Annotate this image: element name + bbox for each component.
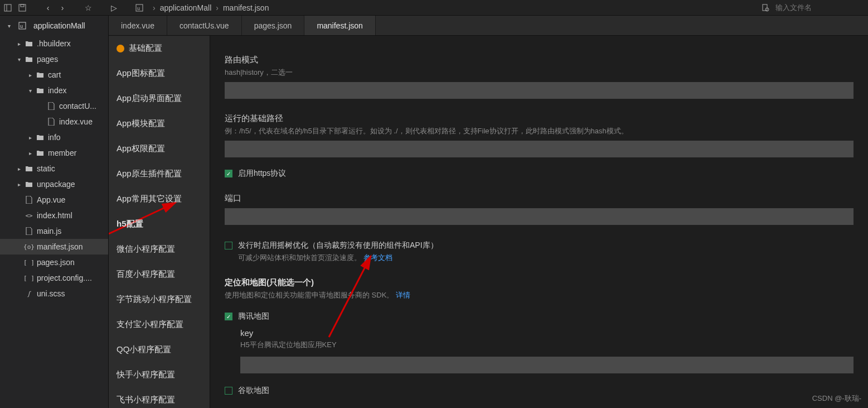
- map-section-link[interactable]: 详情: [396, 291, 410, 299]
- tencent-key-desc: H5平台腾讯定位地图应用KEY: [240, 340, 854, 350]
- search-file-icon[interactable]: [761, 3, 770, 12]
- tree-item[interactable]: main.js: [0, 223, 108, 239]
- tree-item[interactable]: ▸.hbuilderx: [0, 36, 108, 51]
- tree-item[interactable]: ▸unpackage: [0, 176, 108, 192]
- config-nav-item[interactable]: App模块配置: [109, 111, 210, 136]
- forward-icon[interactable]: ›: [58, 3, 67, 12]
- tree-shake-link[interactable]: 参考文档: [363, 253, 392, 262]
- config-nav-item[interactable]: 基础配置: [109, 36, 210, 61]
- google-map-checkbox[interactable]: [225, 387, 232, 395]
- map-section-title: 定位和地图(只能选一个): [225, 277, 854, 288]
- tree-item[interactable]: <>index.html: [0, 208, 108, 223]
- tree-item[interactable]: ▾pages: [0, 51, 108, 67]
- config-nav-item[interactable]: App启动界面配置: [109, 86, 210, 111]
- base-path-label: 运行的基础路径: [225, 113, 854, 124]
- svg-text:u: u: [137, 6, 140, 11]
- config-nav-item[interactable]: 字节跳动小程序配置: [109, 287, 210, 312]
- file-tree: ▾ u applicationMall ▸.hbuilderx▾pages▸ca…: [0, 16, 109, 408]
- manifest-form: 路由模式 hash|history，二选一 运行的基础路径 例：/h5/，代表在…: [210, 36, 868, 408]
- tab[interactable]: index.vue: [109, 16, 167, 35]
- panel-icon[interactable]: [3, 3, 12, 12]
- config-nav: 基础配置App图标配置App启动界面配置App模块配置App权限配置App原生插…: [109, 36, 210, 408]
- config-nav-item[interactable]: App原生插件配置: [109, 161, 210, 186]
- config-nav-item[interactable]: App图标配置: [109, 61, 210, 86]
- config-nav-item[interactable]: 快手小程序配置: [109, 362, 210, 387]
- router-mode-input[interactable]: [225, 82, 854, 99]
- tree-item[interactable]: App.vue: [0, 192, 108, 208]
- tree-root-label: applicationMall: [33, 21, 85, 30]
- tab[interactable]: contactUs.vue: [167, 16, 242, 35]
- config-nav-item[interactable]: 百度小程序配置: [109, 262, 210, 287]
- toolbar: ‹ › ☆ ▷ u › applicationMall › manifest.j…: [0, 0, 868, 16]
- config-nav-item[interactable]: 支付宝小程序配置: [109, 312, 210, 337]
- map-section-desc: 使用地图和定位相关功能需申请地图服务商的 SDK。: [225, 291, 394, 299]
- tab[interactable]: pages.json: [242, 16, 305, 35]
- tree-root[interactable]: ▾ u applicationMall: [0, 16, 108, 36]
- router-mode-desc: hash|history，二选一: [225, 68, 854, 78]
- tree-item[interactable]: ▸member: [0, 145, 108, 161]
- router-mode-label: 路由模式: [225, 55, 854, 65]
- https-label: 启用https协议: [238, 169, 286, 179]
- breadcrumb-project[interactable]: applicationMall: [160, 3, 212, 12]
- tencent-key-label: key: [240, 328, 854, 338]
- tree-item[interactable]: index.vue: [0, 114, 108, 129]
- svg-text:u: u: [20, 23, 23, 29]
- back-icon[interactable]: ‹: [43, 3, 52, 12]
- tab[interactable]: manifest.json: [304, 16, 375, 35]
- tree-shake-checkbox[interactable]: [225, 242, 232, 249]
- base-path-input[interactable]: [225, 141, 854, 157]
- config-nav-item[interactable]: 飞书小程序配置: [109, 387, 210, 408]
- config-nav-item[interactable]: App权限配置: [109, 136, 210, 161]
- port-input[interactable]: [225, 208, 854, 225]
- tree-item[interactable]: contactU...: [0, 98, 108, 114]
- tree-shake-desc: 可减少网站体积和加快首页渲染速度。: [238, 253, 361, 262]
- tree-item[interactable]: {o}manifest.json: [0, 239, 108, 255]
- https-checkbox[interactable]: ✓: [225, 170, 232, 177]
- svg-rect-6: [763, 4, 767, 11]
- tencent-map-checkbox[interactable]: ✓: [225, 313, 232, 320]
- star-icon[interactable]: ☆: [84, 3, 93, 12]
- tabs-bar: index.vuecontactUs.vuepages.jsonmanifest…: [109, 16, 868, 36]
- tree-item[interactable]: ▸static: [0, 161, 108, 176]
- tencent-map-label: 腾讯地图: [238, 311, 269, 321]
- tree-item[interactable]: [ ]project.config....: [0, 270, 108, 286]
- tree-item[interactable]: ▸cart: [0, 67, 108, 83]
- tree-item[interactable]: ▸info: [0, 129, 108, 145]
- svg-rect-3: [21, 4, 24, 7]
- run-icon[interactable]: ▷: [109, 3, 118, 12]
- config-nav-item[interactable]: QQ小程序配置: [109, 337, 210, 362]
- base-path-desc: 例：/h5/，代表在域名的/h5目录下部署运行。如设为 ./，则代表相对路径，支…: [225, 126, 854, 136]
- watermark: CSDN @-耿瑞-: [812, 393, 861, 404]
- uni-icon: u: [135, 3, 144, 12]
- tree-shake-label: 发行时启用摇树优化（自动裁剪没有使用的组件和API库）: [238, 241, 438, 251]
- breadcrumb: › applicationMall › manifest.json: [153, 3, 269, 12]
- google-map-label: 谷歌地图: [238, 386, 269, 396]
- config-nav-item[interactable]: 微信小程序配置: [109, 237, 210, 262]
- tree-item[interactable]: ▾index: [0, 83, 108, 98]
- tencent-key-input[interactable]: [240, 357, 854, 373]
- svg-rect-2: [19, 4, 26, 11]
- tree-item[interactable]: [ ]pages.json: [0, 255, 108, 270]
- port-label: 端口: [225, 193, 854, 204]
- search-input[interactable]: [775, 3, 865, 12]
- config-nav-item[interactable]: h5配置: [109, 212, 210, 237]
- svg-rect-0: [4, 4, 11, 11]
- save-icon[interactable]: [18, 3, 27, 12]
- tree-item[interactable]: ʃuni.scss: [0, 286, 108, 301]
- config-nav-item[interactable]: App常用其它设置: [109, 186, 210, 212]
- breadcrumb-file[interactable]: manifest.json: [223, 3, 269, 12]
